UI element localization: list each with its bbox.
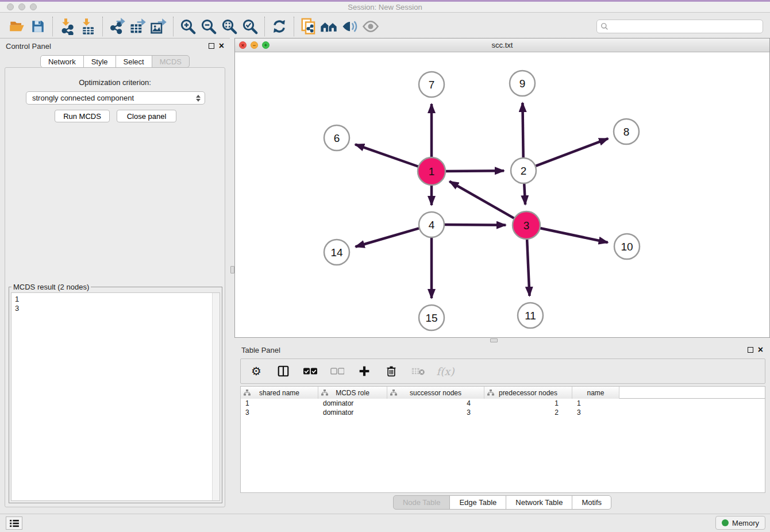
graphics-details-button[interactable]	[340, 17, 360, 36]
export-network-button[interactable]	[107, 17, 128, 36]
column-header-successor-nodes[interactable]: successor nodes	[387, 387, 484, 399]
export-table-icon	[129, 18, 147, 35]
cell-predecessor-nodes[interactable]: 2	[484, 408, 572, 417]
edge-3-11[interactable]	[527, 239, 529, 296]
run-mcds-button[interactable]: Run MCDS	[55, 110, 110, 122]
edge-3-10[interactable]	[540, 228, 608, 242]
tab-select[interactable]: Select	[116, 55, 152, 68]
edge-1-2[interactable]	[445, 171, 504, 171]
tree-icon	[321, 390, 328, 396]
tab-node-table[interactable]: Node Table	[393, 495, 451, 510]
mcds-result-legend: MCDS result (2 nodes)	[11, 283, 91, 291]
import-network-button[interactable]	[57, 17, 78, 36]
delete-button[interactable]	[384, 364, 399, 379]
task-list-button[interactable]	[6, 516, 22, 530]
edge-2-9[interactable]	[522, 103, 523, 158]
edge-2-3[interactable]	[524, 183, 525, 205]
networks-home-button[interactable]	[319, 17, 340, 36]
node-label-2: 2	[521, 165, 527, 177]
zoom-in-button[interactable]	[178, 17, 198, 36]
mcds-result-text[interactable]: 13	[11, 292, 220, 501]
column-header-label: name	[587, 389, 604, 397]
zoom-selected-icon	[241, 18, 259, 35]
tab-network[interactable]: Network	[40, 55, 84, 68]
show-hide-button[interactable]	[360, 17, 381, 36]
edge-4-3[interactable]	[444, 225, 506, 225]
delete-table-button[interactable]	[411, 364, 426, 379]
control-panel-close-button[interactable]: ×	[219, 43, 224, 49]
horizontal-splitter	[234, 338, 770, 342]
table-tabs: Node TableEdge TableNetwork TableMotifs	[234, 495, 770, 510]
import-table-button[interactable]	[78, 17, 98, 36]
tab-style[interactable]: Style	[83, 55, 116, 68]
copy-network-button[interactable]	[298, 17, 319, 36]
column-header-name[interactable]: name	[572, 387, 619, 399]
tab-network-table[interactable]: Network Table	[506, 495, 572, 510]
add-button[interactable]	[357, 364, 372, 379]
tab-motifs[interactable]: Motifs	[572, 495, 611, 510]
cell-mcds-role[interactable]: dominator	[318, 399, 387, 408]
save-session-button[interactable]	[28, 17, 48, 36]
cell-name[interactable]: 1	[572, 399, 619, 408]
function-icon: f(x)	[437, 365, 455, 377]
deselect-all-button[interactable]	[330, 364, 345, 379]
delete-table-icon	[411, 367, 425, 376]
search-input[interactable]	[609, 22, 759, 30]
graph-canvas[interactable]: 7968124314101511	[235, 52, 769, 337]
node-label-3: 3	[523, 219, 530, 232]
close-panel-button[interactable]: Close panel	[117, 110, 176, 122]
memory-status-dot	[722, 519, 729, 526]
export-network-icon	[109, 18, 126, 35]
control-panel-float-button[interactable]	[209, 43, 214, 49]
zoom-fit-button[interactable]	[219, 17, 240, 36]
node-label-8: 8	[623, 126, 630, 138]
column-header-mcds-role[interactable]: MCDS role	[318, 387, 387, 399]
cell-predecessor-nodes[interactable]: 1	[484, 399, 572, 408]
table-row[interactable]: 1dominator411	[241, 399, 765, 408]
node-label-14: 14	[330, 246, 343, 259]
cell-name[interactable]: 3	[572, 408, 619, 417]
export-table-button[interactable]	[128, 17, 148, 36]
toolbar-separator	[173, 17, 174, 36]
column-header-shared-name[interactable]: shared name	[241, 387, 318, 399]
zoom-fit-icon	[221, 18, 238, 35]
memory-button[interactable]: Memory	[715, 516, 765, 530]
zoom-selected-button[interactable]	[240, 17, 260, 36]
table-settings-button[interactable]: ⚙	[249, 364, 264, 379]
zoom-out-button[interactable]	[198, 17, 219, 36]
edge-3-1[interactable]	[449, 182, 514, 218]
vertical-splitter-handle[interactable]	[230, 266, 234, 273]
cell-shared-name[interactable]: 1	[241, 399, 318, 408]
node-label-6: 6	[334, 132, 340, 144]
import-table-icon	[79, 18, 97, 35]
refresh-button[interactable]	[269, 17, 290, 36]
function-builder-button[interactable]: f(x)	[438, 364, 453, 379]
edge-1-6[interactable]	[355, 144, 418, 167]
result-scrollbar[interactable]	[212, 293, 220, 500]
tree-icon	[487, 390, 494, 396]
table-panel-float-button[interactable]	[748, 347, 753, 353]
export-image-button[interactable]	[148, 17, 169, 36]
table-row[interactable]: 3dominator323	[241, 408, 765, 417]
horizontal-splitter-handle[interactable]	[490, 338, 498, 342]
tab-mcds[interactable]: MCDS	[152, 55, 190, 68]
open-session-button[interactable]	[7, 17, 28, 36]
cell-successor-nodes[interactable]: 3	[387, 408, 484, 417]
eye-icon	[362, 18, 379, 35]
network-window: × − + scc.txt 7968124314101511	[234, 38, 770, 338]
cell-mcds-role[interactable]: dominator	[318, 408, 387, 417]
tree-icon	[244, 390, 251, 396]
edge-2-8[interactable]	[536, 138, 609, 166]
import-network-icon	[59, 18, 76, 35]
tab-edge-table[interactable]: Edge Table	[449, 495, 506, 510]
edge-4-14[interactable]	[356, 228, 419, 246]
show-columns-button[interactable]	[276, 364, 291, 379]
toolbar-separator	[52, 17, 53, 36]
vertical-splitter	[230, 38, 234, 514]
select-all-button[interactable]	[303, 364, 318, 379]
column-header-predecessor-nodes[interactable]: predecessor nodes	[484, 387, 572, 399]
optimization-criterion-select[interactable]: strongly connected component	[26, 91, 205, 105]
cell-shared-name[interactable]: 3	[241, 408, 318, 417]
table-panel-close-button[interactable]: ×	[758, 347, 763, 353]
cell-successor-nodes[interactable]: 4	[387, 399, 484, 408]
